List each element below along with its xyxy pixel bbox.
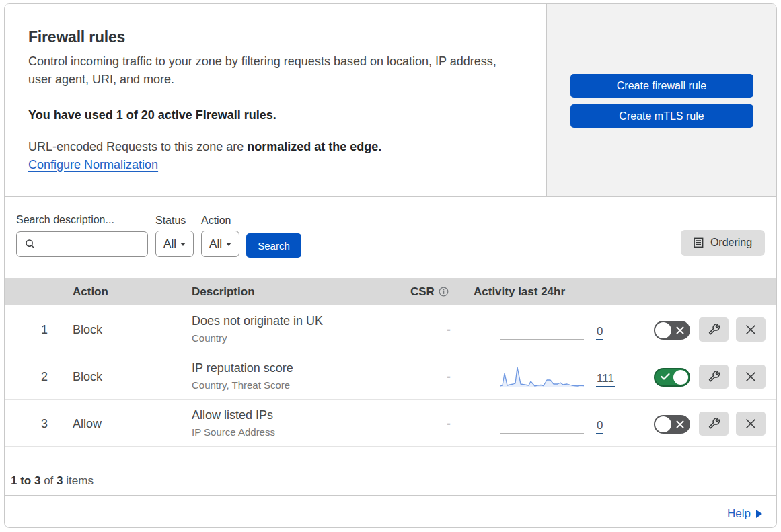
- rule-csr: -: [401, 321, 474, 337]
- wrench-icon: [707, 323, 720, 336]
- rule-activity-cell: 0: [474, 400, 636, 446]
- intro-panel: Firewall rules Control incoming traffic …: [5, 4, 547, 196]
- wrench-icon: [707, 417, 720, 430]
- activity-flatline: [500, 339, 584, 340]
- rule-enabled-toggle[interactable]: [654, 415, 690, 434]
- table-header: Action Description CSR Activity last 24h…: [5, 278, 776, 305]
- items-count: 1 to 3 of 3 items: [11, 474, 94, 488]
- firewall-rules-card: Firewall rules Control incoming traffic …: [4, 3, 777, 528]
- rule-description: IP reputation score: [192, 360, 401, 376]
- header-description: Description: [188, 285, 401, 299]
- rule-criteria: IP Source Address: [192, 426, 401, 439]
- configure-normalization-link[interactable]: Configure Normalization: [28, 158, 158, 172]
- delete-rule-button[interactable]: [736, 365, 766, 389]
- toggle-knob: [673, 370, 688, 385]
- search-button[interactable]: Search: [246, 233, 301, 258]
- close-icon: [745, 418, 757, 430]
- rule-enabled-toggle[interactable]: [654, 321, 690, 340]
- wrench-icon: [707, 370, 720, 383]
- rule-activity-cell: 0: [474, 305, 636, 352]
- chevron-down-icon: [180, 243, 186, 246]
- edit-rule-button[interactable]: [699, 317, 729, 342]
- x-icon: [676, 326, 684, 334]
- rule-controls: [636, 363, 776, 389]
- rule-priority: 2: [5, 367, 69, 384]
- rule-row: 1BlockDoes not originate in UKCountry-0: [5, 305, 776, 352]
- x-icon: [676, 420, 684, 428]
- activity-sparkline: [500, 356, 584, 388]
- rule-description: Does not originate in UK: [192, 313, 401, 329]
- check-icon: [661, 373, 670, 381]
- edit-rule-button[interactable]: [699, 412, 729, 436]
- rule-row: 2BlockIP reputation scoreCountry, Threat…: [5, 352, 776, 400]
- chevron-down-icon: [226, 243, 231, 246]
- activity-flatline: [500, 433, 584, 434]
- rule-csr: -: [401, 415, 474, 431]
- activity-count-link[interactable]: 0: [596, 325, 603, 340]
- header-action: Action: [69, 285, 188, 299]
- header-activity: Activity last 24hr: [474, 285, 636, 299]
- action-filter-label: Action: [201, 215, 231, 227]
- close-icon: [745, 371, 757, 383]
- rule-criteria: Country: [192, 332, 401, 344]
- status-label: Status: [155, 215, 186, 227]
- rule-description-cell: IP reputation scoreCountry, Threat Score: [188, 360, 401, 391]
- delete-rule-button[interactable]: [736, 412, 766, 436]
- rule-description: Allow listed IPs: [192, 408, 401, 423]
- help-bar: Help: [5, 495, 776, 527]
- rule-description-cell: Allow listed IPsIP Source Address: [188, 408, 401, 439]
- rule-action: Block: [69, 320, 188, 337]
- rules-table-body: 1BlockDoes not originate in UKCountry-02…: [5, 305, 776, 447]
- usage-notice: You have used 1 of 20 active Firewall ru…: [28, 106, 506, 124]
- action-select[interactable]: All: [201, 231, 239, 257]
- status-select[interactable]: All: [155, 231, 194, 257]
- page-title: Firewall rules: [28, 28, 506, 46]
- top-band: Firewall rules Control incoming traffic …: [5, 4, 776, 197]
- rule-activity-cell: 111: [474, 352, 636, 399]
- create-mtls-rule-button[interactable]: Create mTLS rule: [570, 104, 753, 128]
- rule-priority: 3: [5, 414, 69, 431]
- table-footer: 1 to 3 of 3 items: [5, 447, 776, 495]
- ordered-list-icon: [694, 237, 704, 248]
- help-link[interactable]: Help: [727, 507, 762, 521]
- header-csr: CSR: [401, 285, 474, 299]
- filter-bar: Search description... Status All Action …: [5, 197, 776, 278]
- delete-rule-button[interactable]: [736, 317, 766, 342]
- close-icon: [745, 324, 757, 336]
- search-icon: [25, 239, 36, 250]
- rule-action: Allow: [69, 414, 188, 431]
- rule-controls: [636, 410, 776, 436]
- rule-criteria: Country, Threat Score: [192, 379, 401, 391]
- rule-enabled-toggle[interactable]: [654, 368, 690, 387]
- search-label: Search description...: [16, 214, 114, 226]
- page-description: Control incoming traffic to your zone by…: [28, 52, 503, 89]
- activity-count-link[interactable]: 0: [596, 419, 603, 434]
- rule-description-cell: Does not originate in UKCountry: [188, 313, 401, 344]
- normalization-note: URL-encoded Requests to this zone are no…: [28, 138, 506, 174]
- toggle-knob: [655, 416, 671, 432]
- rule-csr: -: [401, 368, 474, 384]
- search-box: [16, 231, 148, 257]
- info-icon[interactable]: [439, 287, 449, 297]
- create-firewall-rule-button[interactable]: Create firewall rule: [570, 74, 753, 98]
- search-input[interactable]: [36, 238, 147, 250]
- edit-rule-button[interactable]: [699, 365, 729, 389]
- ordering-button[interactable]: Ordering: [681, 230, 765, 256]
- activity-count-link[interactable]: 111: [596, 372, 615, 387]
- rule-action: Block: [69, 367, 188, 384]
- rule-controls: [636, 316, 776, 342]
- toggle-knob: [655, 322, 671, 338]
- rule-priority: 1: [5, 320, 69, 337]
- arrow-right-icon: [756, 510, 762, 518]
- rule-row: 3AllowAllow listed IPsIP Source Address-…: [5, 400, 776, 447]
- cta-panel: Create firewall rule Create mTLS rule: [547, 4, 776, 196]
